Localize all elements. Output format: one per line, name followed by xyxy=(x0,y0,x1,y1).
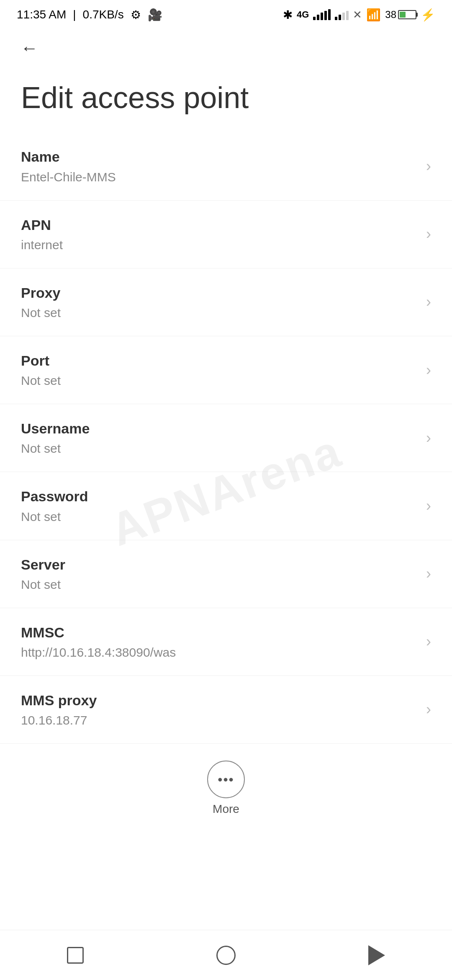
more-section: ••• More xyxy=(0,744,452,828)
settings-value-port: Not set xyxy=(21,372,418,389)
network-speed: 0.7KB/s xyxy=(83,8,124,21)
settings-value-password: Not set xyxy=(21,508,418,525)
settings-item-proxy[interactable]: Proxy Not set › xyxy=(0,268,452,336)
settings-value-server: Not set xyxy=(21,576,418,593)
settings-item-apn[interactable]: APN internet › xyxy=(0,201,452,268)
settings-value-username: Not set xyxy=(21,440,418,456)
settings-item-name[interactable]: Name Entel-Chile-MMS › xyxy=(0,132,452,200)
settings-item-server-content: Server Not set xyxy=(21,555,418,593)
status-left: 11:35 AM | 0.7KB/s ⚙ 🎥 xyxy=(17,8,162,22)
status-right: ✱ 4G ✕ 📶 38 ⚡ xyxy=(283,8,435,22)
settings-label-username: Username xyxy=(21,419,418,438)
settings-item-apn-content: APN internet xyxy=(21,216,418,253)
settings-icon: ⚙ xyxy=(131,8,141,22)
main-content: Edit access point Name Entel-Chile-MMS ›… xyxy=(0,67,452,887)
more-dots-icon: ••• xyxy=(218,772,234,787)
nav-recent-apps-button[interactable] xyxy=(59,939,92,972)
back-arrow-icon: ← xyxy=(21,38,38,58)
chevron-right-icon-mmsc: › xyxy=(426,633,431,650)
nav-back-button[interactable] xyxy=(360,939,393,972)
settings-label-port: Port xyxy=(21,351,418,370)
nav-bar: ← xyxy=(0,29,452,67)
settings-item-proxy-content: Proxy Not set xyxy=(21,284,418,321)
recent-apps-icon xyxy=(67,947,84,964)
settings-item-password[interactable]: Password Not set › xyxy=(0,472,452,540)
chevron-right-icon-apn: › xyxy=(426,225,431,243)
settings-label-mmsc: MMSC xyxy=(21,623,418,642)
page-title: Edit access point xyxy=(0,67,452,132)
signal-bars-2 xyxy=(335,9,349,20)
more-button[interactable]: ••• xyxy=(207,761,245,798)
more-label: More xyxy=(213,802,239,816)
settings-item-mmsc-content: MMSC http://10.16.18.4:38090/was xyxy=(21,623,418,660)
settings-list: Name Entel-Chile-MMS › APN internet › Pr… xyxy=(0,132,452,744)
network-4g-icon: 4G xyxy=(297,9,309,20)
settings-item-port-content: Port Not set xyxy=(21,351,418,389)
battery-fill xyxy=(400,12,406,18)
nav-home-button[interactable] xyxy=(209,939,243,972)
settings-item-mms-proxy-content: MMS proxy 10.16.18.77 xyxy=(21,691,418,728)
settings-item-password-content: Password Not set xyxy=(21,487,418,524)
charging-icon: ⚡ xyxy=(421,8,435,22)
status-bar: 11:35 AM | 0.7KB/s ⚙ 🎥 ✱ 4G ✕ 📶 38 xyxy=(0,0,452,29)
chevron-right-icon-name: › xyxy=(426,157,431,175)
no-signal-icon: ✕ xyxy=(353,8,362,21)
settings-value-proxy: Not set xyxy=(21,304,418,321)
settings-item-mmsc[interactable]: MMSC http://10.16.18.4:38090/was › xyxy=(0,608,452,676)
back-button[interactable]: ← xyxy=(17,36,42,61)
chevron-right-icon-mms-proxy: › xyxy=(426,701,431,718)
settings-item-port[interactable]: Port Not set › xyxy=(0,336,452,404)
settings-item-username-content: Username Not set xyxy=(21,419,418,456)
chevron-right-icon-username: › xyxy=(426,429,431,447)
settings-value-mms-proxy: 10.16.18.77 xyxy=(21,712,418,728)
settings-label-proxy: Proxy xyxy=(21,284,418,302)
settings-item-mms-proxy[interactable]: MMS proxy 10.16.18.77 › xyxy=(0,676,452,744)
settings-label-password: Password xyxy=(21,487,418,505)
bluetooth-icon: ✱ xyxy=(283,8,293,22)
chevron-right-icon-server: › xyxy=(426,565,431,583)
settings-item-server[interactable]: Server Not set › xyxy=(0,540,452,608)
chevron-right-icon-password: › xyxy=(426,497,431,515)
settings-item-name-content: Name Entel-Chile-MMS xyxy=(21,147,418,185)
signal-bars-1 xyxy=(313,9,331,20)
speed-display: | xyxy=(73,8,76,21)
chevron-right-icon-proxy: › xyxy=(426,293,431,311)
back-nav-icon xyxy=(368,945,385,965)
settings-label-apn: APN xyxy=(21,216,418,234)
battery-box xyxy=(398,10,416,19)
settings-label-name: Name xyxy=(21,147,418,166)
settings-value-mmsc: http://10.16.18.4:38090/was xyxy=(21,644,418,660)
battery-indicator: 38 xyxy=(385,9,416,21)
wifi-icon: 📶 xyxy=(366,8,381,22)
chevron-right-icon-port: › xyxy=(426,361,431,379)
settings-label-server: Server xyxy=(21,555,418,574)
settings-value-apn: internet xyxy=(21,237,418,253)
battery-percent: 38 xyxy=(385,9,396,21)
settings-label-mms-proxy: MMS proxy xyxy=(21,691,418,709)
camera-icon: 🎥 xyxy=(148,8,162,22)
settings-value-name: Entel-Chile-MMS xyxy=(21,169,418,185)
time-display: 11:35 AM xyxy=(17,8,66,21)
home-icon xyxy=(216,946,236,965)
bottom-nav xyxy=(0,930,452,980)
settings-item-username[interactable]: Username Not set › xyxy=(0,404,452,472)
